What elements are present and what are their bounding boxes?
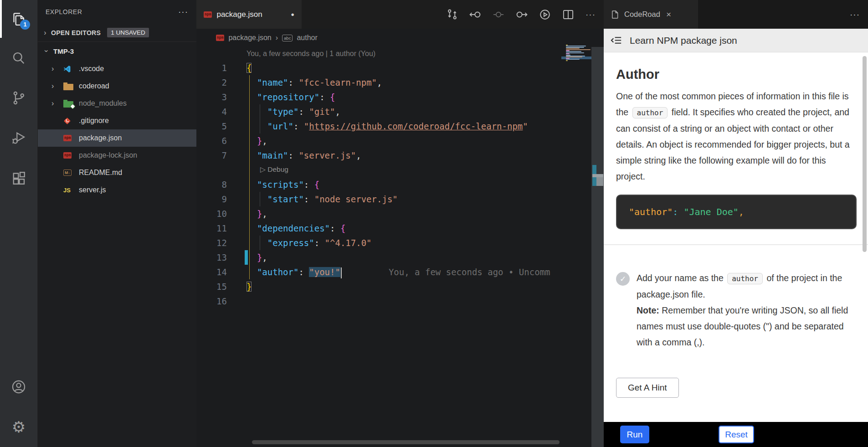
split-editor-icon[interactable] <box>562 9 574 21</box>
file-tree-item--gitignore[interactable]: .gitignore <box>38 112 196 129</box>
line-number: 15 <box>196 279 227 294</box>
codelens-run-icon: ▷ <box>260 165 267 173</box>
source-control-activity-button[interactable] <box>0 78 37 118</box>
code-line-11[interactable]: 11 "dependencies": { <box>196 221 560 236</box>
reset-button[interactable]: Reset <box>719 426 754 443</box>
line-number: 13 <box>196 250 227 265</box>
line-content: "url": "https://github.com/coderoad/fcc-… <box>227 119 528 134</box>
workspace-root-folder[interactable]: › TMP-3 <box>38 42 196 60</box>
editor-tab-bar: npm package.json ● <box>196 0 604 29</box>
run-progress-icon[interactable] <box>539 9 551 21</box>
code-line-12[interactable]: 12 "express": "^4.17.0" <box>196 236 560 250</box>
open-editors-section[interactable]: › OPEN EDITORS 1 UNSAVED <box>38 24 196 42</box>
run-debug-icon <box>10 130 27 146</box>
step-back-icon[interactable] <box>469 9 481 21</box>
explorer-title: EXPLORER <box>46 8 82 15</box>
get-hint-button[interactable]: Get A Hint <box>616 378 679 398</box>
javascript-icon: JS <box>63 187 71 194</box>
step-forward-icon[interactable] <box>516 9 528 21</box>
file-tree-item-package-json[interactable]: npmpackage.json <box>38 129 196 147</box>
account-button[interactable] <box>0 367 37 407</box>
code-line-13[interactable]: 13 }, <box>196 250 560 265</box>
chevron-right-icon: › <box>51 82 63 90</box>
npm-icon: npm <box>204 11 212 18</box>
tutorial-header: Learn NPM package json <box>604 29 868 52</box>
file-tree-item-readme-md[interactable]: M↓README.md <box>38 164 196 181</box>
code-line-3[interactable]: 3 "repository": { <box>196 90 560 104</box>
breadcrumb-file[interactable]: package.json <box>228 34 271 42</box>
code-line-10[interactable]: 10 }, <box>196 206 560 221</box>
run-debug-activity-button[interactable] <box>0 118 37 158</box>
extensions-activity-button[interactable] <box>0 158 37 198</box>
source-control-icon <box>11 90 26 106</box>
folder-icon <box>63 82 79 90</box>
line-number: 6 <box>196 134 227 148</box>
file-tree-item-server-js[interactable]: JSserver.js <box>38 181 196 199</box>
compare-changes-icon[interactable] <box>447 9 458 20</box>
code-line-6[interactable]: 6 }, <box>196 134 560 148</box>
sash-grip-block[interactable] <box>596 177 603 186</box>
chevron-down-icon: › <box>42 48 51 54</box>
code-line-7[interactable]: 7 "main": "server.js", <box>196 148 560 163</box>
close-icon[interactable]: × <box>666 10 671 20</box>
chevron-right-icon: › <box>42 29 48 37</box>
codelens-debug[interactable]: ▷ Debug <box>196 163 560 177</box>
back-to-list-icon[interactable] <box>611 34 623 46</box>
breadcrumb-symbol[interactable]: author <box>297 34 317 42</box>
code-line-15[interactable]: 15} <box>196 279 560 294</box>
minimap[interactable] <box>565 45 591 66</box>
file-tree: ›.vscode›coderoad›node_modules.gitignore… <box>38 60 196 199</box>
minimap-line <box>566 60 568 61</box>
code-line-1[interactable]: 1{ <box>196 61 560 75</box>
code-line-16[interactable]: 16 <box>196 294 560 308</box>
tutorial-title: Learn NPM package json <box>630 35 737 46</box>
line-number: 9 <box>196 192 227 206</box>
code-line-5[interactable]: 5 "url": "https://github.com/coderoad/fc… <box>196 119 560 134</box>
tab-package-json[interactable]: npm package.json ● <box>196 0 302 29</box>
tab-label: package.json <box>216 10 262 19</box>
code-line-9[interactable]: 9 "start": "node server.js" <box>196 192 560 206</box>
settings-button[interactable]: ⚙ <box>0 407 37 447</box>
horizontal-scrollbar[interactable] <box>252 440 560 444</box>
editor-actions: ··· <box>447 0 604 29</box>
panel-more-actions-icon[interactable]: ··· <box>850 10 868 20</box>
breadcrumb-separator: › <box>276 34 278 42</box>
explorer-activity-button[interactable]: 1 <box>0 0 37 38</box>
line-number: 7 <box>196 148 227 163</box>
npm-icon: npm <box>63 135 79 141</box>
divider <box>604 244 868 245</box>
code-line-14[interactable]: 14 "author": "you!" You, a few seconds a… <box>196 265 560 279</box>
explorer-sidebar: EXPLORER ··· › OPEN EDITORS 1 UNSAVED › … <box>38 0 196 447</box>
indent-guide <box>260 192 260 206</box>
editor-group: npm package.json ● <box>196 0 604 447</box>
modified-dot-icon[interactable]: ● <box>291 11 294 18</box>
code-line-8[interactable]: 8 "scripts": { <box>196 177 560 192</box>
editor-panel-sash[interactable] <box>591 47 604 447</box>
reverse-continue-icon[interactable] <box>493 9 504 21</box>
file-tree-item-node-modules[interactable]: ›node_modules <box>38 95 196 112</box>
file-tree-item-coderoad[interactable]: ›coderoad <box>38 77 196 95</box>
line-content: }, <box>227 134 267 148</box>
run-button[interactable]: Run <box>620 426 649 443</box>
panel-tab-bar: CodeRoad × ··· <box>604 0 868 29</box>
explorer-more-actions-icon[interactable]: ··· <box>178 7 188 17</box>
code-editor[interactable]: You, a few seconds ago | 1 author (You) … <box>196 47 604 447</box>
file-label: node_modules <box>79 99 127 108</box>
code-line-2[interactable]: 2 "name": "fcc-learn-npm", <box>196 75 560 90</box>
more-actions-icon[interactable]: ··· <box>586 10 596 20</box>
code-line-4[interactable]: 4 "type": "git", <box>196 104 560 119</box>
file-tree-item-package-lock-json[interactable]: npmpackage-lock.json <box>38 147 196 164</box>
sash-grip[interactable] <box>592 174 603 177</box>
panel-scrollbar[interactable] <box>863 56 867 252</box>
line-content: "name": "fcc-learn-npm", <box>227 75 382 90</box>
npm-icon: npm <box>63 135 72 141</box>
line-number: 14 <box>196 265 227 279</box>
line-content: "express": "^4.17.0" <box>227 236 372 250</box>
vscode-icon <box>63 65 79 73</box>
line-number: 10 <box>196 206 227 221</box>
search-activity-button[interactable] <box>0 38 37 78</box>
line-content: "author": "you!" You, a few seconds ago … <box>227 265 550 279</box>
file-tree-item--vscode[interactable]: ›.vscode <box>38 60 196 77</box>
modified-line-marker <box>245 250 248 265</box>
tab-coderoad[interactable]: CodeRoad × <box>604 0 698 29</box>
